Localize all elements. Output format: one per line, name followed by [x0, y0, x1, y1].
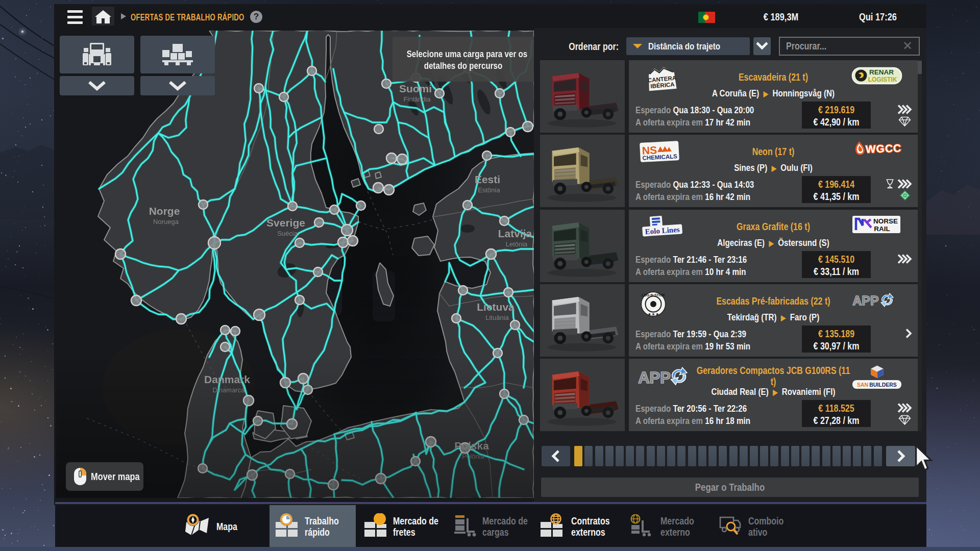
svg-text:BUILDERS: BUILDERS — [869, 382, 897, 388]
svg-text:LOGISTIK: LOGISTIK — [868, 76, 897, 83]
svg-text:★ ★ ★: ★ ★ ★ — [648, 312, 658, 316]
svg-text:NORSE: NORSE — [873, 217, 898, 225]
svg-text:SAN: SAN — [857, 382, 868, 388]
svg-text:WGCC: WGCC — [865, 142, 901, 155]
svg-text:RAIL: RAIL — [874, 225, 890, 233]
svg-text:LOG·N·STICK: LOG·N·STICK — [642, 293, 665, 297]
svg-text:RENAR: RENAR — [869, 68, 894, 76]
svg-text:APP: APP — [638, 369, 671, 387]
svg-text:APP: APP — [852, 293, 878, 308]
